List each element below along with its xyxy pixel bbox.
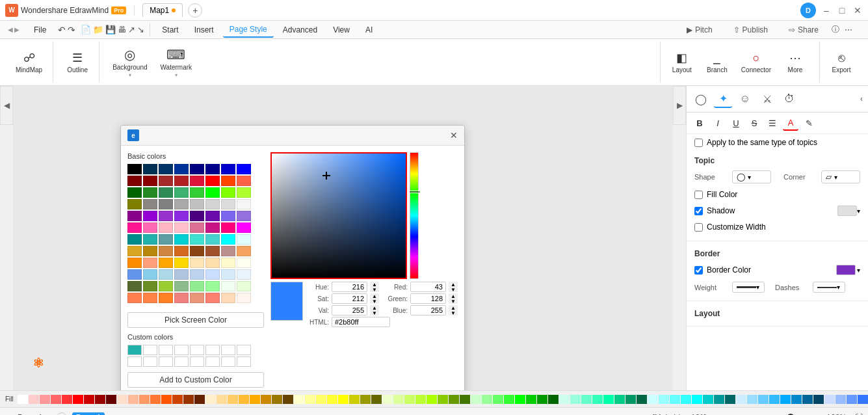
palette-color-cell[interactable] — [283, 395, 293, 404]
palette-color-cell[interactable] — [659, 395, 669, 404]
palette-color-cell[interactable] — [404, 395, 415, 404]
sat-input[interactable] — [332, 293, 367, 304]
blue-spinner[interactable]: ▲ ▼ — [449, 305, 458, 315]
new-file-icon[interactable]: 📄 — [81, 25, 91, 34]
palette-color-cell[interactable] — [526, 395, 536, 404]
basic-color-cell[interactable] — [190, 176, 204, 186]
basic-color-cell[interactable] — [174, 258, 189, 268]
apply-same-checkbox[interactable] — [694, 139, 703, 147]
palette-color-cell[interactable] — [747, 395, 757, 404]
sat-down[interactable]: ▼ — [370, 299, 379, 304]
close-button[interactable]: ✕ — [852, 5, 863, 16]
custom-cell-7[interactable] — [221, 345, 235, 355]
shadow-dropdown[interactable]: ▾ — [857, 208, 860, 215]
palette-color-cell[interactable] — [349, 395, 360, 404]
palette-color-cell[interactable] — [670, 395, 680, 404]
basic-color-cell[interactable] — [237, 293, 251, 303]
hue-down[interactable]: ▼ — [370, 287, 379, 292]
palette-color-cell[interactable] — [714, 395, 724, 404]
palette-color-cell[interactable] — [858, 395, 868, 404]
palette-color-cell[interactable] — [239, 395, 249, 404]
outline-tool[interactable]: ☰ Outline — [61, 48, 94, 76]
palette-color-cell[interactable] — [62, 395, 72, 404]
status-icon-2[interactable]: ▣ — [722, 413, 729, 416]
custom-cell-2[interactable] — [143, 345, 157, 355]
basic-color-cell[interactable] — [221, 164, 235, 174]
palette-color-cell[interactable] — [183, 395, 194, 404]
italic-button[interactable]: I — [710, 115, 726, 131]
palette-color-cell[interactable] — [272, 395, 282, 404]
fill-color-checkbox[interactable] — [694, 191, 703, 199]
palette-color-cell[interactable] — [614, 395, 625, 404]
palette-color-cell[interactable] — [725, 395, 735, 404]
basic-color-cell[interactable] — [159, 269, 173, 280]
basic-color-cell[interactable] — [174, 211, 189, 221]
add-page-button[interactable]: + — [57, 412, 67, 416]
palette-color-cell[interactable] — [548, 395, 559, 404]
branch-tool[interactable]: ⎯ Branch — [701, 49, 733, 76]
basic-color-cell[interactable] — [143, 187, 157, 198]
basic-color-cell[interactable] — [237, 258, 251, 268]
palette-color-cell[interactable] — [117, 395, 127, 404]
basic-color-cell[interactable] — [205, 187, 220, 198]
red-input[interactable] — [410, 282, 446, 292]
basic-color-cell[interactable] — [205, 199, 220, 209]
export-tool[interactable]: ⎋ Export — [825, 49, 858, 76]
palette-color-cell[interactable] — [338, 395, 349, 404]
palette-color-cell[interactable] — [194, 395, 205, 404]
corner-select[interactable]: ▱ ▾ — [821, 170, 860, 183]
export-icon[interactable]: ↗ — [128, 25, 135, 34]
basic-color-cell[interactable] — [127, 269, 142, 280]
shadow-color-swatch[interactable] — [837, 206, 857, 216]
basic-color-cell[interactable] — [237, 211, 251, 221]
basic-color-cell[interactable] — [159, 199, 173, 209]
palette-color-cell[interactable] — [449, 395, 459, 404]
map-tab[interactable]: Map1 — [142, 3, 183, 17]
basic-color-cell[interactable] — [190, 222, 204, 233]
val-input[interactable] — [332, 305, 367, 315]
palette-color-cell[interactable] — [415, 395, 426, 404]
palette-color-cell[interactable] — [736, 395, 746, 404]
basic-color-cell[interactable] — [174, 234, 189, 245]
basic-color-cell[interactable] — [221, 199, 235, 209]
add-custom-button[interactable]: Add to Custom Color — [127, 372, 264, 388]
basic-color-cell[interactable] — [237, 222, 251, 233]
basic-color-cell[interactable] — [205, 281, 220, 291]
basic-color-cell[interactable] — [143, 199, 157, 209]
basic-color-cell[interactable] — [174, 199, 189, 209]
publish-button[interactable]: ⇧ Publish — [726, 23, 776, 37]
basic-color-cell[interactable] — [127, 164, 142, 174]
new-tab-button[interactable]: + — [188, 3, 202, 18]
basic-color-cell[interactable] — [221, 281, 235, 291]
expand-icon[interactable]: ‹ — [860, 94, 863, 103]
basic-color-cell[interactable] — [143, 234, 157, 245]
basic-color-cell[interactable] — [205, 258, 220, 268]
basic-color-cell[interactable] — [159, 164, 173, 174]
basic-color-cell[interactable] — [174, 293, 189, 303]
green-spinner[interactable]: ▲ ▼ — [449, 293, 458, 304]
hue-input[interactable] — [332, 282, 367, 292]
palette-color-cell[interactable] — [172, 395, 183, 404]
status-icon-1[interactable]: ▲ — [711, 413, 719, 416]
basic-color-cell[interactable] — [221, 222, 235, 233]
basic-color-cell[interactable] — [190, 269, 204, 280]
palette-color-cell[interactable] — [537, 395, 547, 404]
basic-color-cell[interactable] — [174, 281, 189, 291]
align-button[interactable]: ☰ — [765, 115, 780, 131]
custom-cell-4[interactable] — [174, 345, 189, 355]
palette-color-cell[interactable] — [29, 395, 39, 404]
palette-color-cell[interactable] — [106, 395, 116, 404]
basic-color-cell[interactable] — [127, 176, 142, 186]
palette-color-cell[interactable] — [493, 395, 503, 404]
basic-color-cell[interactable] — [190, 211, 204, 221]
custom-cell-9[interactable] — [127, 356, 142, 367]
menu-ai[interactable]: AI — [359, 23, 379, 37]
more-icon[interactable]: ⋯ — [845, 25, 852, 34]
basic-color-cell[interactable] — [205, 176, 220, 186]
pick-screen-button[interactable]: Pick Screen Color — [127, 312, 264, 328]
palette-color-cell[interactable] — [316, 395, 326, 404]
html-input[interactable] — [332, 317, 390, 327]
palette-color-cell[interactable] — [427, 395, 437, 404]
layout-tool[interactable]: ◧ Layout — [666, 48, 698, 76]
basic-color-cell[interactable] — [221, 187, 235, 198]
